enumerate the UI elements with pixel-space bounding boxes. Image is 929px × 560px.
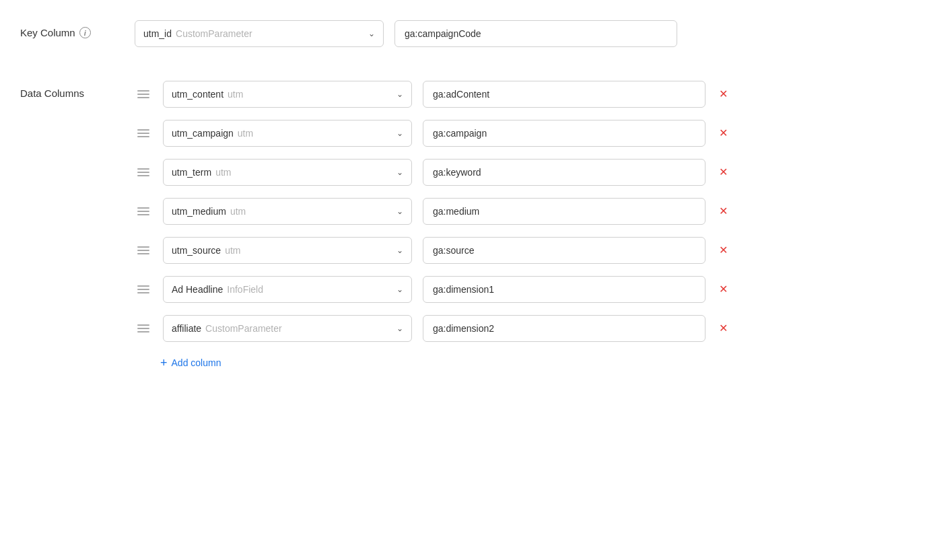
chevron-icon-7: ⌄ (397, 324, 403, 333)
key-column-info-icon[interactable]: i (79, 27, 91, 38)
key-col-type: CustomParameter (176, 28, 252, 39)
key-column-row: utm_id CustomParameter ⌄ (135, 20, 828, 47)
data-columns-rows-container: utm_content utm ⌄ ✕ utm_campaign utm ⌄ (135, 81, 828, 372)
data-col-type-6: InfoField (227, 284, 263, 295)
add-column-label: Add column (172, 357, 221, 368)
data-column-row-3: utm_term utm ⌄ ✕ (135, 159, 828, 186)
data-columns-text: Data Columns (20, 88, 84, 99)
data-column-input-6[interactable] (423, 276, 706, 303)
data-column-input-3[interactable] (423, 159, 706, 186)
delete-button-5[interactable]: ✕ (716, 242, 730, 258)
delete-button-3[interactable]: ✕ (716, 164, 730, 180)
data-column-input-7[interactable] (423, 315, 706, 342)
delete-button-6[interactable]: ✕ (716, 281, 730, 298)
chevron-icon-3: ⌄ (397, 168, 403, 177)
key-column-input[interactable] (394, 20, 677, 47)
data-col-name-5: utm_source (172, 245, 221, 256)
chevron-icon-4: ⌄ (397, 207, 403, 216)
drag-handle-6[interactable] (135, 283, 152, 296)
key-column-label: Key Column i (20, 20, 135, 38)
delete-button-7[interactable]: ✕ (716, 320, 730, 337)
drag-handle-2[interactable] (135, 127, 152, 140)
data-col-type-5: utm (225, 245, 240, 256)
data-col-type-7: CustomParameter (205, 323, 282, 334)
data-column-dropdown-7[interactable]: affiliate CustomParameter ⌄ (163, 315, 412, 342)
delete-button-4[interactable]: ✕ (716, 203, 730, 219)
plus-icon: + (160, 357, 168, 369)
data-column-row-2: utm_campaign utm ⌄ ✕ (135, 120, 828, 147)
data-column-dropdown-5[interactable]: utm_source utm ⌄ (163, 237, 412, 264)
key-column-text: Key Column (20, 27, 75, 38)
data-col-type-4: utm (230, 206, 246, 217)
drag-handle-7[interactable] (135, 322, 152, 335)
delete-button-1[interactable]: ✕ (716, 86, 730, 102)
data-column-row-5: utm_source utm ⌄ ✕ (135, 237, 828, 264)
delete-button-2[interactable]: ✕ (716, 125, 730, 141)
data-column-row-6: Ad Headline InfoField ⌄ ✕ (135, 276, 828, 303)
data-col-name-2: utm_campaign (172, 128, 234, 139)
drag-handle-1[interactable] (135, 88, 152, 101)
data-col-name-3: utm_term (172, 167, 211, 178)
drag-handle-4[interactable] (135, 205, 152, 218)
data-columns-label: Data Columns (20, 81, 135, 99)
data-columns-section: Data Columns utm_content utm ⌄ ✕ (20, 81, 828, 372)
data-column-dropdown-1[interactable]: utm_content utm ⌄ (163, 81, 412, 108)
key-column-section: Key Column i utm_id CustomParameter ⌄ (20, 20, 828, 59)
chevron-icon-1: ⌄ (397, 90, 403, 99)
key-column-row-container: utm_id CustomParameter ⌄ (135, 20, 828, 59)
data-column-dropdown-4[interactable]: utm_medium utm ⌄ (163, 198, 412, 225)
chevron-icon-2: ⌄ (397, 129, 403, 138)
data-col-type-2: utm (238, 128, 253, 139)
chevron-icon-6: ⌄ (397, 285, 403, 294)
drag-handle-3[interactable] (135, 166, 152, 179)
data-column-row-7: affiliate CustomParameter ⌄ ✕ (135, 315, 828, 342)
data-col-type-3: utm (215, 167, 231, 178)
data-col-name-1: utm_content (172, 89, 223, 100)
data-column-dropdown-2[interactable]: utm_campaign utm ⌄ (163, 120, 412, 147)
data-column-row-4: utm_medium utm ⌄ ✕ (135, 198, 828, 225)
data-col-name-4: utm_medium (172, 206, 226, 217)
data-column-input-4[interactable] (423, 198, 706, 225)
data-column-input-1[interactable] (423, 81, 706, 108)
main-container: Key Column i utm_id CustomParameter ⌄ Da… (20, 13, 828, 392)
data-column-input-5[interactable] (423, 237, 706, 264)
chevron-icon-5: ⌄ (397, 246, 403, 255)
drag-handle-5[interactable] (135, 244, 152, 257)
key-column-chevron-icon: ⌄ (368, 29, 375, 38)
data-column-dropdown-3[interactable]: utm_term utm ⌄ (163, 159, 412, 186)
data-col-name-6: Ad Headline (172, 284, 223, 295)
data-column-dropdown-6[interactable]: Ad Headline InfoField ⌄ (163, 276, 412, 303)
key-col-name: utm_id (143, 28, 172, 39)
add-column-button[interactable]: + Add column (160, 354, 828, 372)
data-col-name-7: affiliate (172, 323, 201, 334)
data-column-row-1: utm_content utm ⌄ ✕ (135, 81, 828, 108)
data-column-input-2[interactable] (423, 120, 706, 147)
data-col-type-1: utm (228, 89, 243, 100)
key-column-dropdown[interactable]: utm_id CustomParameter ⌄ (135, 20, 384, 47)
